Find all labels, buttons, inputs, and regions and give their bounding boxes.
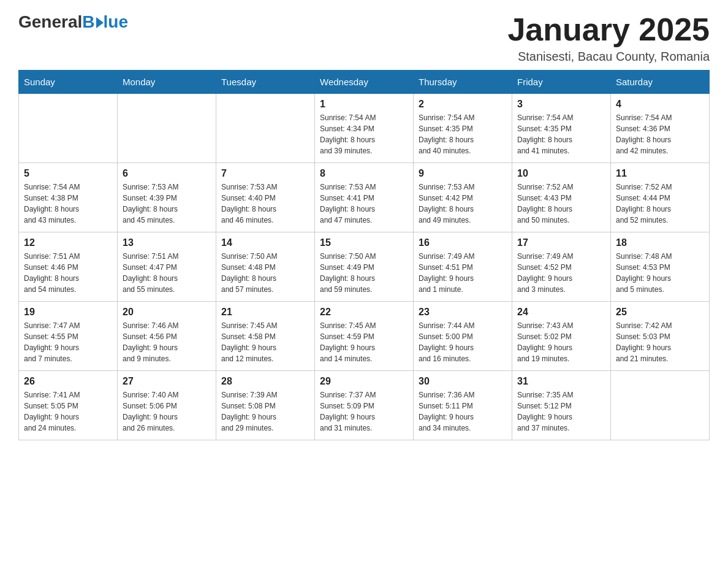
week-row-2: 5Sunrise: 7:54 AMSunset: 4:38 PMDaylight…	[19, 163, 710, 232]
day-info: Sunrise: 7:43 AMSunset: 5:02 PMDaylight:…	[517, 320, 605, 364]
calendar-title: January 2025	[507, 12, 710, 47]
day-info: Sunrise: 7:41 AMSunset: 5:05 PMDaylight:…	[24, 389, 112, 434]
day-info: Sunrise: 7:37 AMSunset: 5:09 PMDaylight:…	[320, 389, 408, 434]
day-info: Sunrise: 7:36 AMSunset: 5:11 PMDaylight:…	[419, 389, 507, 434]
day-number: 17	[517, 237, 605, 248]
day-number: 19	[24, 307, 112, 318]
day-info: Sunrise: 7:54 AMSunset: 4:36 PMDaylight:…	[616, 112, 704, 156]
col-thursday: Thursday	[414, 71, 512, 94]
table-row	[19, 94, 118, 163]
day-info: Sunrise: 7:54 AMSunset: 4:35 PMDaylight:…	[419, 112, 507, 156]
day-number: 24	[517, 307, 605, 318]
table-row: 23Sunrise: 7:44 AMSunset: 5:00 PMDayligh…	[414, 302, 512, 371]
calendar-table: Sunday Monday Tuesday Wednesday Thursday…	[18, 70, 710, 440]
logo-general-text: General	[18, 12, 82, 32]
table-row: 3Sunrise: 7:54 AMSunset: 4:35 PMDaylight…	[512, 94, 611, 163]
table-row: 6Sunrise: 7:53 AMSunset: 4:39 PMDaylight…	[118, 163, 216, 232]
day-info: Sunrise: 7:54 AMSunset: 4:35 PMDaylight:…	[517, 112, 605, 156]
day-number: 26	[24, 376, 112, 387]
week-row-5: 26Sunrise: 7:41 AMSunset: 5:05 PMDayligh…	[19, 371, 710, 440]
day-number: 12	[24, 237, 112, 248]
day-number: 13	[123, 237, 211, 248]
table-row	[611, 371, 710, 440]
col-sunday: Sunday	[19, 71, 118, 94]
table-row: 31Sunrise: 7:35 AMSunset: 5:12 PMDayligh…	[512, 371, 611, 440]
day-info: Sunrise: 7:53 AMSunset: 4:42 PMDaylight:…	[419, 182, 507, 226]
week-row-4: 19Sunrise: 7:47 AMSunset: 4:55 PMDayligh…	[19, 302, 710, 371]
col-tuesday: Tuesday	[216, 71, 315, 94]
day-number: 22	[320, 307, 408, 318]
table-row: 13Sunrise: 7:51 AMSunset: 4:47 PMDayligh…	[118, 232, 216, 302]
day-info: Sunrise: 7:40 AMSunset: 5:06 PMDaylight:…	[123, 389, 211, 434]
day-number: 30	[419, 376, 507, 387]
table-row: 27Sunrise: 7:40 AMSunset: 5:06 PMDayligh…	[118, 371, 216, 440]
table-row: 14Sunrise: 7:50 AMSunset: 4:48 PMDayligh…	[216, 232, 315, 302]
table-row: 2Sunrise: 7:54 AMSunset: 4:35 PMDaylight…	[414, 94, 512, 163]
table-row: 4Sunrise: 7:54 AMSunset: 4:36 PMDaylight…	[611, 94, 710, 163]
day-number: 27	[123, 376, 211, 387]
table-row: 18Sunrise: 7:48 AMSunset: 4:53 PMDayligh…	[611, 232, 710, 302]
title-block: January 2025 Stanisesti, Bacau County, R…	[507, 12, 710, 64]
table-row: 7Sunrise: 7:53 AMSunset: 4:40 PMDaylight…	[216, 163, 315, 232]
table-row: 25Sunrise: 7:42 AMSunset: 5:03 PMDayligh…	[611, 302, 710, 371]
day-number: 2	[419, 99, 507, 110]
day-info: Sunrise: 7:50 AMSunset: 4:48 PMDaylight:…	[221, 251, 309, 295]
day-info: Sunrise: 7:49 AMSunset: 4:52 PMDaylight:…	[517, 251, 605, 295]
table-row: 5Sunrise: 7:54 AMSunset: 4:38 PMDaylight…	[19, 163, 118, 232]
day-number: 4	[616, 99, 704, 110]
week-row-3: 12Sunrise: 7:51 AMSunset: 4:46 PMDayligh…	[19, 232, 710, 302]
day-info: Sunrise: 7:52 AMSunset: 4:43 PMDaylight:…	[517, 182, 605, 226]
logo-arrow-icon	[96, 17, 104, 28]
table-row	[118, 94, 216, 163]
day-number: 6	[123, 168, 211, 179]
day-number: 21	[221, 307, 309, 318]
table-row: 10Sunrise: 7:52 AMSunset: 4:43 PMDayligh…	[512, 163, 611, 232]
day-info: Sunrise: 7:48 AMSunset: 4:53 PMDaylight:…	[616, 251, 704, 295]
day-number: 5	[24, 168, 112, 179]
day-number: 20	[123, 307, 211, 318]
day-number: 11	[616, 168, 704, 179]
day-number: 29	[320, 376, 408, 387]
day-info: Sunrise: 7:53 AMSunset: 4:39 PMDaylight:…	[123, 182, 211, 226]
day-info: Sunrise: 7:45 AMSunset: 4:58 PMDaylight:…	[221, 320, 309, 364]
day-number: 10	[517, 168, 605, 179]
day-info: Sunrise: 7:52 AMSunset: 4:44 PMDaylight:…	[616, 182, 704, 226]
day-number: 8	[320, 168, 408, 179]
table-row: 9Sunrise: 7:53 AMSunset: 4:42 PMDaylight…	[414, 163, 512, 232]
day-number: 16	[419, 237, 507, 248]
day-number: 18	[616, 237, 704, 248]
table-row: 24Sunrise: 7:43 AMSunset: 5:02 PMDayligh…	[512, 302, 611, 371]
day-number: 9	[419, 168, 507, 179]
day-number: 15	[320, 237, 408, 248]
table-row: 30Sunrise: 7:36 AMSunset: 5:11 PMDayligh…	[414, 371, 512, 440]
day-info: Sunrise: 7:50 AMSunset: 4:49 PMDaylight:…	[320, 251, 408, 295]
week-row-1: 1Sunrise: 7:54 AMSunset: 4:34 PMDaylight…	[19, 94, 710, 163]
day-number: 7	[221, 168, 309, 179]
table-row: 12Sunrise: 7:51 AMSunset: 4:46 PMDayligh…	[19, 232, 118, 302]
day-info: Sunrise: 7:54 AMSunset: 4:34 PMDaylight:…	[320, 112, 408, 156]
day-info: Sunrise: 7:46 AMSunset: 4:56 PMDaylight:…	[123, 320, 211, 364]
day-info: Sunrise: 7:53 AMSunset: 4:40 PMDaylight:…	[221, 182, 309, 226]
days-of-week-row: Sunday Monday Tuesday Wednesday Thursday…	[19, 71, 710, 94]
day-number: 3	[517, 99, 605, 110]
logo-lue-text: lue	[104, 12, 128, 32]
day-number: 23	[419, 307, 507, 318]
logo-b-text: B	[82, 12, 94, 32]
table-row: 1Sunrise: 7:54 AMSunset: 4:34 PMDaylight…	[315, 94, 414, 163]
logo: General B lue	[18, 12, 128, 32]
table-row: 11Sunrise: 7:52 AMSunset: 4:44 PMDayligh…	[611, 163, 710, 232]
table-row: 8Sunrise: 7:53 AMSunset: 4:41 PMDaylight…	[315, 163, 414, 232]
table-row: 16Sunrise: 7:49 AMSunset: 4:51 PMDayligh…	[414, 232, 512, 302]
day-info: Sunrise: 7:42 AMSunset: 5:03 PMDaylight:…	[616, 320, 704, 364]
table-row	[216, 94, 315, 163]
col-friday: Friday	[512, 71, 611, 94]
col-monday: Monday	[118, 71, 216, 94]
day-info: Sunrise: 7:51 AMSunset: 4:47 PMDaylight:…	[123, 251, 211, 295]
day-number: 31	[517, 376, 605, 387]
day-number: 28	[221, 376, 309, 387]
table-row: 29Sunrise: 7:37 AMSunset: 5:09 PMDayligh…	[315, 371, 414, 440]
day-info: Sunrise: 7:51 AMSunset: 4:46 PMDaylight:…	[24, 251, 112, 295]
table-row: 26Sunrise: 7:41 AMSunset: 5:05 PMDayligh…	[19, 371, 118, 440]
day-info: Sunrise: 7:35 AMSunset: 5:12 PMDaylight:…	[517, 389, 605, 434]
table-row: 28Sunrise: 7:39 AMSunset: 5:08 PMDayligh…	[216, 371, 315, 440]
